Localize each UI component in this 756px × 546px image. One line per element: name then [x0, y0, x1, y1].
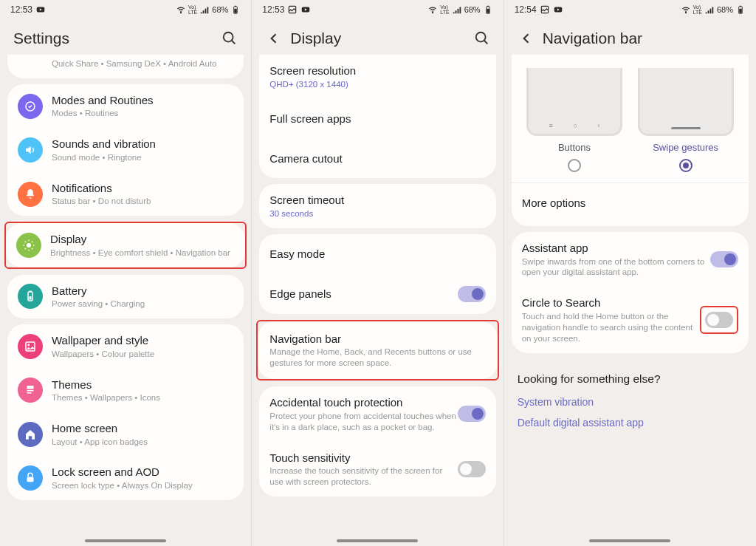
preview-swipe[interactable] — [638, 68, 734, 136]
signal-icon — [452, 4, 462, 15]
list-item-fullscreen[interactable]: Full screen apps — [259, 98, 495, 138]
toggle-circle-search[interactable] — [705, 312, 733, 328]
volte-icon: Vo)LTE — [693, 4, 702, 15]
row-title: Wallpaper and style — [52, 333, 233, 348]
homebar[interactable] — [85, 539, 166, 542]
row-sub: 30 seconds — [269, 208, 313, 219]
card-modes: Modes and RoutinesModes • Routines Sound… — [7, 84, 244, 216]
header: Settings — [0, 19, 251, 55]
list-item-circle-search[interactable]: Circle to SearchTouch and hold the Home … — [512, 287, 749, 352]
list-item-easymode[interactable]: Easy mode — [259, 234, 495, 274]
row-title: Screen timeout — [269, 193, 344, 208]
list-item-more-options[interactable]: More options — [512, 183, 749, 223]
sound-icon — [18, 137, 43, 163]
list-item-assistant[interactable]: Assistant appSwipe inwards from one of t… — [512, 232, 749, 287]
wifi-icon — [681, 4, 691, 15]
toggle-edgepanels[interactable] — [458, 286, 486, 302]
screen-display: 12:53 Vo)LTE 68% Display Screen resoluti… — [252, 0, 504, 546]
card-touch: Accidental touch protectionProtect your … — [259, 386, 495, 496]
signal-icon — [704, 4, 715, 15]
link-default-assistant[interactable]: Default digital assistant app — [518, 417, 743, 429]
row-title: More options — [522, 196, 586, 211]
row-title: Battery — [52, 284, 233, 298]
svg-rect-13 — [27, 477, 34, 482]
svg-rect-3 — [235, 6, 236, 7]
svg-point-1 — [180, 13, 181, 13]
svg-point-7 — [27, 243, 31, 248]
row-sub: Power saving • Charging — [52, 298, 233, 310]
header: Navigation bar — [504, 19, 756, 55]
radio-buttons[interactable] — [568, 159, 581, 172]
back-button[interactable] — [265, 30, 283, 47]
back-button[interactable] — [518, 30, 535, 47]
svg-rect-18 — [487, 6, 488, 7]
option-buttons-label: Buttons — [526, 142, 622, 153]
row-title: Navigation bar — [269, 332, 341, 347]
search-icon[interactable] — [221, 30, 238, 47]
list-item-themes[interactable]: ThemesThemes • Wallpapers • Icons — [7, 369, 244, 412]
highlight-display: DisplayBrightness • Eye comfort shield •… — [4, 222, 247, 268]
toggle-sensitivity[interactable] — [458, 461, 486, 477]
svg-point-20 — [475, 33, 485, 42]
battery-icon — [483, 4, 493, 15]
battery-icon — [230, 4, 241, 15]
row-sub: Protect your phone from accidental touch… — [269, 411, 457, 433]
homebar[interactable] — [337, 539, 418, 542]
toggle-assistant[interactable] — [710, 251, 738, 267]
row-title: Full screen apps — [269, 112, 351, 126]
svg-rect-10 — [30, 296, 32, 300]
battery-pct: 68% — [464, 5, 481, 14]
row-title: Accidental touch protection — [269, 395, 457, 410]
clock: 12:53 — [262, 4, 284, 15]
svg-point-5 — [224, 33, 233, 42]
row-sub: Screen lock type • Always On Display — [52, 480, 233, 491]
page-title: Settings — [13, 30, 221, 47]
looking-for-else: Looking for something else? System vibra… — [504, 359, 756, 474]
search-icon[interactable] — [474, 30, 490, 47]
row-sub: Status bar • Do not disturb — [52, 196, 233, 207]
list-item-sounds[interactable]: Sounds and vibrationSound mode • Rington… — [7, 128, 244, 171]
list-item-cutout[interactable]: Camera cutout — [259, 138, 495, 178]
svg-rect-19 — [487, 9, 489, 13]
svg-point-23 — [685, 13, 686, 13]
row-sub: Swipe inwards from one of the bottom cor… — [522, 256, 710, 279]
list-item-navbar[interactable]: Navigation bar Manage the Home, Back, an… — [258, 321, 497, 379]
svg-point-12 — [27, 344, 30, 346]
toggle-accidental[interactable] — [458, 406, 486, 422]
list-item-timeout[interactable]: Screen timeout 30 seconds — [259, 184, 495, 228]
row-title: Camera cutout — [269, 151, 342, 166]
list-item-display[interactable]: DisplayBrightness • Eye comfort shield •… — [6, 223, 245, 267]
row-title: Screen resolution — [269, 64, 356, 78]
statusbar: 12:53 Vo)LTE 68% — [252, 0, 503, 19]
row-sub: Layout • App icon badges — [52, 437, 233, 448]
row-title: Home screen — [52, 421, 233, 436]
list-item-wallpaper[interactable]: Wallpaper and styleWallpapers • Colour p… — [7, 324, 244, 368]
list-item-resolution[interactable]: Screen resolution QHD+ (3120 x 1440) — [259, 55, 495, 98]
youtube-icon — [553, 4, 563, 15]
row-sub: Quick Share • Samsung DeX • Android Auto — [52, 58, 233, 69]
card-easy-edge: Easy mode Edge panels — [259, 234, 495, 314]
battery-icon — [735, 4, 746, 15]
card-personalize: Wallpaper and styleWallpapers • Colour p… — [7, 324, 244, 500]
row-sub: Touch and hold the Home button or the na… — [522, 311, 700, 344]
list-item-homescreen[interactable]: Home screenLayout • App icon badges — [7, 412, 244, 456]
radio-swipe[interactable] — [679, 159, 693, 172]
row-title: Circle to Search — [522, 296, 700, 310]
list-item-notifications[interactable]: NotificationsStatus bar • Do not disturb — [7, 172, 244, 216]
list-item-edgepanels[interactable]: Edge panels — [259, 274, 495, 314]
list-item-battery[interactable]: BatteryPower saving • Charging — [7, 275, 244, 318]
link-system-vibration[interactable]: System vibration — [518, 396, 743, 408]
list-item-truncated[interactable]: Quick Share • Samsung DeX • Android Auto — [7, 55, 244, 78]
list-item-lockscreen[interactable]: Lock screen and AODScreen lock type • Al… — [7, 456, 244, 499]
preview-area: ≡○‹ — [512, 55, 749, 136]
list-item-accidental[interactable]: Accidental touch protectionProtect your … — [259, 386, 495, 441]
homebar[interactable] — [589, 539, 670, 542]
screenshot-icon — [287, 4, 298, 15]
list-item-sensitivity[interactable]: Touch sensitivityIncrease the touch sens… — [259, 442, 495, 496]
preview-buttons[interactable]: ≡○‹ — [526, 68, 622, 136]
list-item-modes[interactable]: Modes and RoutinesModes • Routines — [7, 84, 244, 128]
row-title: Lock screen and AOD — [52, 465, 233, 480]
card-battery: BatteryPower saving • Charging — [7, 275, 244, 318]
row-sub: Sound mode • Ringtone — [52, 152, 233, 163]
svg-rect-25 — [740, 6, 741, 7]
